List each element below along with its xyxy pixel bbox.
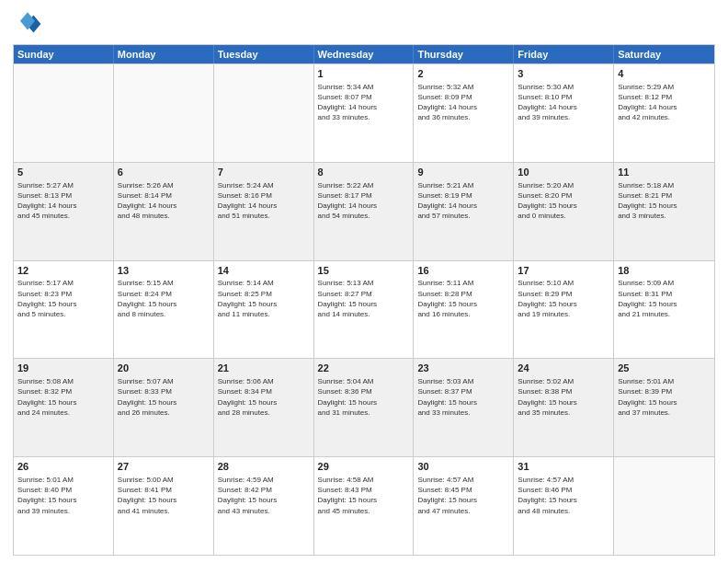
header-cell-saturday: Saturday [614,45,714,63]
cell-details: Sunrise: 5:27 AMSunset: 8:13 PMDaylight:… [17,180,109,222]
day-number: 4 [618,67,711,81]
calendar-cell: 10Sunrise: 5:20 AMSunset: 8:20 PMDayligh… [514,163,614,260]
day-number: 16 [417,264,509,278]
day-number: 3 [518,67,609,81]
day-number: 22 [318,362,410,375]
calendar-cell: 24Sunrise: 5:02 AMSunset: 8:38 PMDayligh… [514,359,614,456]
calendar-row-2: 12Sunrise: 5:17 AMSunset: 8:23 PMDayligh… [14,260,714,359]
header-cell-friday: Friday [514,45,614,63]
header-cell-thursday: Thursday [414,45,514,63]
cell-details: Sunrise: 5:34 AMSunset: 8:07 PMDaylight:… [318,82,410,123]
day-number: 27 [118,460,210,474]
calendar-cell: 7Sunrise: 5:24 AMSunset: 8:16 PMDaylight… [214,163,314,260]
day-number: 31 [518,460,609,474]
calendar-cell: 4Sunrise: 5:29 AMSunset: 8:12 PMDaylight… [614,64,714,162]
calendar-cell: 2Sunrise: 5:32 AMSunset: 8:09 PMDaylight… [414,64,514,162]
calendar-cell [214,64,314,162]
cell-details: Sunrise: 5:13 AMSunset: 8:27 PMDaylight:… [318,278,410,319]
day-number: 30 [417,460,509,474]
cell-details: Sunrise: 5:03 AMSunset: 8:37 PMDaylight:… [417,376,509,418]
calendar-cell: 8Sunrise: 5:22 AMSunset: 8:17 PMDaylight… [314,163,415,260]
header-cell-monday: Monday [114,45,214,63]
day-number: 14 [218,264,310,278]
day-number: 19 [17,362,109,375]
calendar-cell: 22Sunrise: 5:04 AMSunset: 8:36 PMDayligh… [314,359,415,456]
cell-details: Sunrise: 5:15 AMSunset: 8:24 PMDaylight:… [118,278,210,319]
calendar-cell: 18Sunrise: 5:09 AMSunset: 8:31 PMDayligh… [614,261,714,359]
cell-details: Sunrise: 5:18 AMSunset: 8:21 PMDaylight:… [618,180,711,222]
cell-details: Sunrise: 5:20 AMSunset: 8:20 PMDaylight:… [518,180,609,222]
calendar-cell: 30Sunrise: 4:57 AMSunset: 8:45 PMDayligh… [414,457,514,555]
cell-details: Sunrise: 5:06 AMSunset: 8:34 PMDaylight:… [218,376,310,418]
calendar-cell: 9Sunrise: 5:21 AMSunset: 8:19 PMDaylight… [414,163,514,260]
logo-icon [13,9,42,39]
day-number: 17 [518,264,609,278]
day-number: 6 [118,166,210,179]
day-number: 21 [218,362,310,375]
calendar-cell: 16Sunrise: 5:11 AMSunset: 8:28 PMDayligh… [414,261,514,359]
cell-details: Sunrise: 5:08 AMSunset: 8:32 PMDaylight:… [17,376,109,418]
cell-details: Sunrise: 5:21 AMSunset: 8:19 PMDaylight:… [417,180,509,222]
day-number: 18 [618,264,711,278]
calendar-cell: 17Sunrise: 5:10 AMSunset: 8:29 PMDayligh… [514,261,614,359]
cell-details: Sunrise: 4:59 AMSunset: 8:42 PMDaylight:… [218,475,310,516]
day-number: 20 [118,362,210,375]
cell-details: Sunrise: 5:24 AMSunset: 8:16 PMDaylight:… [218,180,310,222]
day-number: 7 [218,166,310,179]
day-number: 2 [417,67,509,81]
calendar-row-4: 26Sunrise: 5:01 AMSunset: 8:40 PMDayligh… [14,456,714,555]
day-number: 25 [618,362,711,375]
logo [13,9,44,39]
calendar-cell: 14Sunrise: 5:14 AMSunset: 8:25 PMDayligh… [214,261,314,359]
calendar-cell: 12Sunrise: 5:17 AMSunset: 8:23 PMDayligh… [14,261,114,359]
calendar-cell [114,64,214,162]
day-number: 9 [417,166,509,179]
cell-details: Sunrise: 4:58 AMSunset: 8:43 PMDaylight:… [318,475,410,516]
cell-details: Sunrise: 5:02 AMSunset: 8:38 PMDaylight:… [518,376,609,418]
day-number: 13 [118,264,210,278]
cell-details: Sunrise: 5:01 AMSunset: 8:39 PMDaylight:… [618,376,711,418]
header [13,9,715,39]
calendar-row-1: 5Sunrise: 5:27 AMSunset: 8:13 PMDaylight… [14,162,714,260]
calendar-cell: 29Sunrise: 4:58 AMSunset: 8:43 PMDayligh… [314,457,415,555]
calendar-cell: 21Sunrise: 5:06 AMSunset: 8:34 PMDayligh… [214,359,314,456]
cell-details: Sunrise: 5:10 AMSunset: 8:29 PMDaylight:… [518,278,609,319]
calendar-cell [14,64,114,162]
day-number: 24 [518,362,609,375]
day-number: 26 [17,460,109,474]
calendar-row-0: 1Sunrise: 5:34 AMSunset: 8:07 PMDaylight… [14,63,714,162]
calendar-body: 1Sunrise: 5:34 AMSunset: 8:07 PMDaylight… [14,63,714,555]
cell-details: Sunrise: 4:57 AMSunset: 8:46 PMDaylight:… [518,475,609,516]
day-number: 15 [318,264,410,278]
day-number: 11 [618,166,711,179]
calendar-cell: 28Sunrise: 4:59 AMSunset: 8:42 PMDayligh… [214,457,314,555]
calendar-header: SundayMondayTuesdayWednesdayThursdayFrid… [14,45,714,63]
cell-details: Sunrise: 5:07 AMSunset: 8:33 PMDaylight:… [118,376,210,418]
calendar-cell: 1Sunrise: 5:34 AMSunset: 8:07 PMDaylight… [314,64,415,162]
day-number: 12 [17,264,109,278]
calendar-row-3: 19Sunrise: 5:08 AMSunset: 8:32 PMDayligh… [14,358,714,456]
cell-details: Sunrise: 5:09 AMSunset: 8:31 PMDaylight:… [618,278,711,319]
cell-details: Sunrise: 5:32 AMSunset: 8:09 PMDaylight:… [417,82,509,123]
day-number: 23 [417,362,509,375]
calendar-cell: 19Sunrise: 5:08 AMSunset: 8:32 PMDayligh… [14,359,114,456]
cell-details: Sunrise: 5:22 AMSunset: 8:17 PMDaylight:… [318,180,410,222]
cell-details: Sunrise: 5:14 AMSunset: 8:25 PMDaylight:… [218,278,310,319]
calendar-cell: 26Sunrise: 5:01 AMSunset: 8:40 PMDayligh… [14,457,114,555]
calendar-cell: 15Sunrise: 5:13 AMSunset: 8:27 PMDayligh… [314,261,415,359]
day-number: 28 [218,460,310,474]
cell-details: Sunrise: 5:11 AMSunset: 8:28 PMDaylight:… [417,278,509,319]
calendar-cell: 25Sunrise: 5:01 AMSunset: 8:39 PMDayligh… [614,359,714,456]
calendar-cell: 5Sunrise: 5:27 AMSunset: 8:13 PMDaylight… [14,163,114,260]
day-number: 8 [318,166,410,179]
calendar-cell: 27Sunrise: 5:00 AMSunset: 8:41 PMDayligh… [114,457,214,555]
cell-details: Sunrise: 5:30 AMSunset: 8:10 PMDaylight:… [518,82,609,123]
day-number: 1 [318,67,410,81]
cell-details: Sunrise: 5:01 AMSunset: 8:40 PMDaylight:… [17,475,109,516]
calendar-cell: 11Sunrise: 5:18 AMSunset: 8:21 PMDayligh… [614,163,714,260]
cell-details: Sunrise: 5:17 AMSunset: 8:23 PMDaylight:… [17,278,109,319]
calendar-cell: 31Sunrise: 4:57 AMSunset: 8:46 PMDayligh… [514,457,614,555]
header-cell-sunday: Sunday [14,45,114,63]
calendar-cell: 3Sunrise: 5:30 AMSunset: 8:10 PMDaylight… [514,64,614,162]
header-cell-tuesday: Tuesday [214,45,314,63]
